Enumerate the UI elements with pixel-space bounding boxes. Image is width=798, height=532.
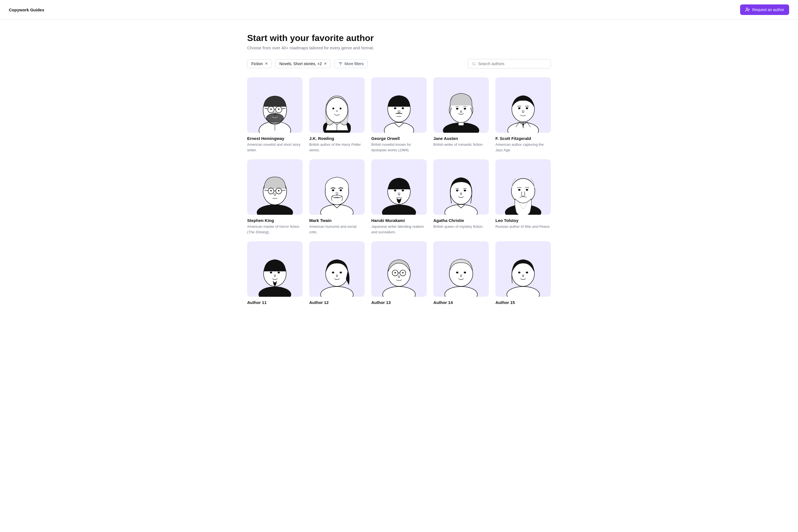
page-subtitle: Choose from over 40+ roadmaps tailored f… — [247, 45, 551, 50]
authors-grid: Ernest HemingwayAmerican novelist and sh… — [247, 77, 551, 306]
author-name: Mark Twain — [309, 218, 365, 223]
author-card[interactable]: J.K. RowlingBritish author of the Harry … — [309, 77, 365, 153]
svg-point-33 — [464, 108, 466, 110]
svg-point-65 — [259, 286, 291, 297]
svg-line-43 — [264, 190, 268, 191]
svg-point-26 — [394, 107, 396, 109]
header: Copywork Guides Request an author — [0, 0, 798, 20]
author-name: Stephen King — [247, 218, 303, 223]
author-portrait — [309, 159, 365, 215]
author-desc: American author capturing the Jazz Age. — [495, 142, 551, 153]
request-author-label: Request an author — [752, 7, 784, 12]
author-portrait — [371, 77, 427, 133]
svg-point-32 — [456, 108, 458, 110]
page-title: Start with your favorite author — [247, 33, 551, 43]
add-person-icon — [745, 7, 750, 12]
author-desc: American humorist and social critic. — [309, 224, 365, 235]
author-desc: British writer of romantic fiction. — [433, 142, 489, 147]
filter-chip-fiction-label: Fiction — [251, 61, 263, 66]
author-name: Ernest Hemingway — [247, 136, 303, 141]
author-card[interactable]: Mark TwainAmerican humorist and social c… — [309, 159, 365, 235]
svg-point-23 — [340, 108, 342, 110]
filter-chip-formats[interactable]: Novels, Short stories, +2 ✕ — [275, 59, 331, 68]
svg-point-84 — [507, 286, 539, 297]
search-box-wrap — [468, 59, 551, 69]
more-filters-label: More filters — [344, 61, 363, 66]
svg-point-24 — [384, 122, 414, 133]
svg-point-16 — [270, 108, 272, 110]
svg-point-27 — [402, 107, 404, 109]
svg-point-83 — [464, 271, 466, 273]
author-name: Haruki Murakami — [371, 218, 427, 223]
svg-point-18 — [266, 113, 283, 122]
search-input[interactable] — [478, 61, 547, 66]
svg-point-57 — [445, 205, 477, 215]
filter-chip-fiction-remove[interactable]: ✕ — [265, 62, 268, 66]
svg-point-71 — [332, 271, 334, 273]
author-card[interactable]: Ernest HemingwayAmerican novelist and sh… — [247, 77, 303, 153]
author-card[interactable]: Author 12 — [309, 241, 365, 306]
svg-point-72 — [340, 271, 342, 273]
author-card[interactable]: Jane AustenBritish writer of romantic fi… — [433, 77, 489, 153]
filter-chip-fiction[interactable]: Fiction ✕ — [247, 59, 272, 68]
request-author-button[interactable]: Request an author — [740, 4, 789, 15]
author-card[interactable]: Author 14 — [433, 241, 489, 306]
author-card[interactable]: F. Scott FitzgeraldAmerican author captu… — [495, 77, 551, 153]
author-portrait — [433, 159, 489, 215]
svg-point-22 — [332, 108, 335, 110]
author-card[interactable]: Author 15 — [495, 241, 551, 306]
svg-line-7 — [475, 64, 475, 65]
author-desc: British queen of mystery fiction. — [433, 224, 489, 229]
search-icon — [472, 61, 476, 66]
author-portrait — [247, 77, 303, 133]
author-portrait — [371, 241, 427, 297]
svg-point-79 — [402, 272, 403, 273]
svg-point-51 — [340, 189, 342, 191]
author-name: Author 15 — [495, 300, 551, 305]
svg-point-62 — [511, 178, 535, 203]
author-desc: British novelist known for dystopian wor… — [371, 142, 427, 153]
author-name: F. Scott Fitzgerald — [495, 136, 551, 141]
author-portrait — [433, 77, 489, 133]
search-box — [468, 59, 551, 69]
svg-point-64 — [526, 189, 528, 191]
svg-point-60 — [464, 190, 466, 191]
author-desc: American novelist and short story writer… — [247, 142, 303, 153]
svg-point-82 — [456, 271, 458, 273]
svg-point-86 — [518, 271, 520, 273]
svg-point-87 — [526, 271, 528, 273]
author-name: Leo Tolstoy — [495, 218, 551, 223]
svg-point-46 — [278, 190, 279, 191]
svg-point-50 — [332, 189, 334, 191]
author-card[interactable]: Author 13 — [371, 241, 427, 306]
svg-point-21 — [326, 97, 348, 122]
author-portrait — [309, 241, 365, 297]
author-card[interactable]: Haruki MurakamiJapanese writer blending … — [371, 159, 427, 235]
author-card[interactable]: Stephen KingAmerican master of horror fi… — [247, 159, 303, 235]
author-portrait — [495, 241, 551, 297]
filter-chip-formats-remove[interactable]: ✕ — [324, 62, 327, 66]
main-content: Start with your favorite author Choose f… — [238, 20, 560, 319]
author-card[interactable]: Author 11 — [247, 241, 303, 306]
svg-point-37 — [526, 107, 528, 109]
filter-chip-formats-label: Novels, Short stories, +2 — [279, 61, 322, 66]
author-name: Agatha Christie — [433, 218, 489, 223]
author-desc: Russian author of War and Peace. — [495, 224, 551, 229]
author-name: Author 11 — [247, 300, 303, 305]
author-portrait — [247, 159, 303, 215]
author-card[interactable]: George OrwellBritish novelist known for … — [371, 77, 427, 153]
svg-point-69 — [321, 286, 353, 297]
site-logo: Copywork Guides — [9, 7, 44, 12]
more-filters-button[interactable]: More filters — [334, 59, 368, 68]
author-name: George Orwell — [371, 136, 427, 141]
author-portrait — [433, 241, 489, 297]
svg-point-38 — [257, 205, 293, 215]
svg-point-59 — [456, 190, 458, 191]
svg-point-17 — [278, 108, 279, 110]
author-portrait — [371, 159, 427, 215]
author-card[interactable]: Leo TolstoyRussian author of War and Pea… — [495, 159, 551, 235]
svg-point-52 — [382, 205, 416, 215]
svg-point-36 — [518, 107, 520, 109]
author-card[interactable]: Agatha ChristieBritish queen of mystery … — [433, 159, 489, 235]
svg-point-48 — [321, 205, 353, 215]
